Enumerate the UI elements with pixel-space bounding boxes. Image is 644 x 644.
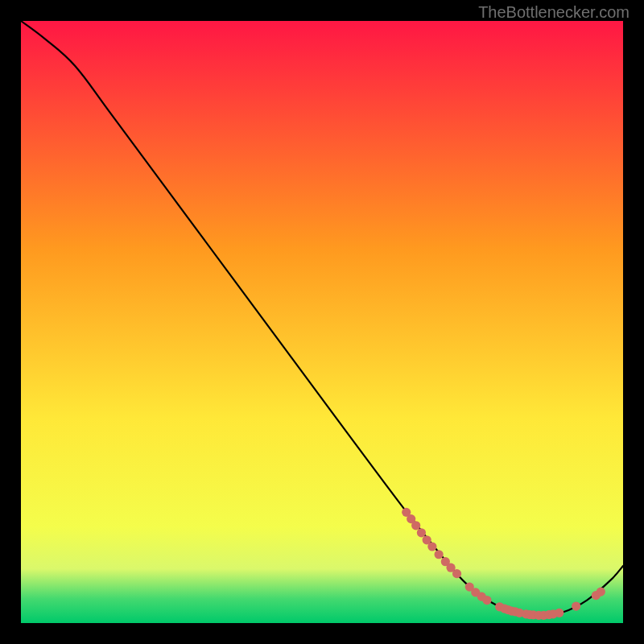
data-marker <box>427 542 436 551</box>
data-marker <box>572 601 580 610</box>
data-marker <box>597 588 605 597</box>
data-marker <box>435 550 444 559</box>
watermark-text: TheBottlenecker.com <box>478 3 630 22</box>
data-marker <box>555 609 564 617</box>
gradient-background <box>21 21 623 623</box>
data-marker <box>452 569 461 578</box>
data-marker <box>411 521 420 530</box>
bottleneck-chart <box>21 21 623 623</box>
data-marker <box>417 528 426 537</box>
chart-svg <box>21 21 623 623</box>
data-marker <box>482 596 491 605</box>
